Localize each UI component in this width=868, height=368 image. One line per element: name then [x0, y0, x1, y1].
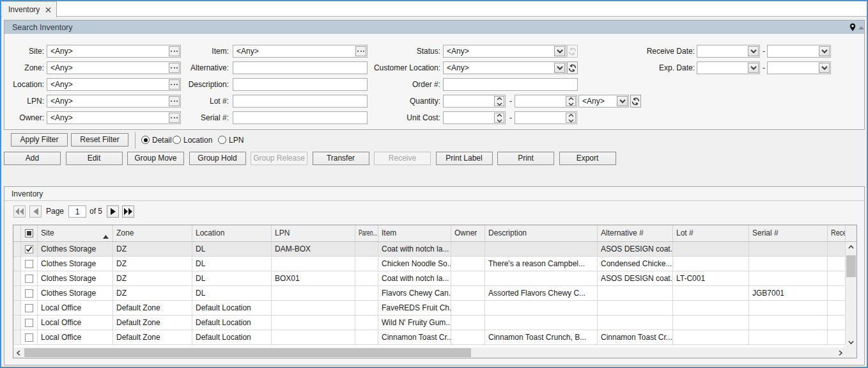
- column-header-location[interactable]: Location: [192, 225, 272, 241]
- table-row[interactable]: Local Office Default Zone Default Locati…: [13, 330, 846, 345]
- scroll-left-button[interactable]: [13, 348, 24, 358]
- table-row[interactable]: Local Office Default Zone Default Locati…: [13, 316, 846, 330]
- print-label-button[interactable]: Print Label: [436, 152, 493, 165]
- column-header-description[interactable]: Description: [485, 225, 598, 241]
- exp-date-to-field-dropdown-button[interactable]: [819, 63, 830, 73]
- quantity-to-field[interactable]: [515, 95, 577, 108]
- previous-page-button[interactable]: [29, 205, 42, 218]
- quantity-unit-field-dropdown-button[interactable]: [617, 96, 628, 106]
- receive-button[interactable]: Receive: [374, 152, 431, 165]
- row-checkbox-cell[interactable]: [21, 301, 38, 316]
- print-button[interactable]: Print: [497, 152, 554, 165]
- receive-date-from-field-dropdown-button[interactable]: [748, 46, 759, 56]
- radio-detail-circle[interactable]: [141, 136, 150, 144]
- radio-detail[interactable]: Detail: [141, 133, 172, 147]
- status-refresh-button[interactable]: [567, 45, 578, 58]
- apply-filter-button[interactable]: Apply Filter: [11, 133, 68, 147]
- status-field-dropdown-button[interactable]: [554, 46, 565, 56]
- status-field[interactable]: <Any>: [443, 45, 566, 58]
- row-selector-cell[interactable]: [13, 257, 21, 271]
- row-checkbox[interactable]: [25, 304, 33, 312]
- scroll-down-button[interactable]: [846, 337, 856, 348]
- row-selector-cell[interactable]: [13, 271, 21, 286]
- column-header-paren[interactable]: Paren...: [355, 225, 378, 241]
- collapse-button[interactable]: [858, 26, 864, 29]
- group-hold-button[interactable]: Group Hold: [189, 152, 246, 165]
- next-page-button[interactable]: [107, 205, 119, 218]
- column-header-lpn[interactable]: LPN: [272, 225, 355, 241]
- row-selector-cell[interactable]: [13, 330, 21, 345]
- row-checkbox[interactable]: [25, 275, 33, 283]
- table-row[interactable]: Clothes Storage DZ DL BOX01 Coat with no…: [13, 271, 846, 286]
- quantity-to-field-spinner[interactable]: [566, 96, 576, 106]
- select-all-header[interactable]: [21, 225, 38, 241]
- customer-location-field[interactable]: <Any>: [443, 61, 566, 74]
- row-checkbox[interactable]: [25, 333, 33, 342]
- column-header-zone[interactable]: Zone: [113, 225, 192, 241]
- edit-button[interactable]: Edit: [66, 152, 123, 165]
- table-row[interactable]: Clothes Storage DZ DL DAM-BOX Coat with …: [13, 242, 846, 257]
- row-checkbox[interactable]: [25, 260, 33, 268]
- exp-date-from-field[interactable]: [697, 61, 760, 74]
- quantity-from-field-spinner[interactable]: [494, 96, 504, 106]
- column-header-alternative-num[interactable]: Alternative #: [598, 225, 673, 241]
- row-selector-cell[interactable]: [13, 242, 21, 257]
- row-selector-cell[interactable]: [13, 286, 21, 301]
- scroll-right-button[interactable]: [835, 348, 846, 358]
- row-checkbox-cell[interactable]: [21, 257, 38, 271]
- exp-date-to-field[interactable]: [767, 61, 831, 74]
- radio-lpn-circle[interactable]: [218, 136, 226, 144]
- horizontal-scrollbar[interactable]: [13, 348, 846, 358]
- quantity-unit-field[interactable]: <Any>: [578, 95, 629, 108]
- add-button[interactable]: Add: [4, 152, 61, 165]
- column-header-site[interactable]: Site: [38, 225, 113, 241]
- unit-cost-to-field-spinner[interactable]: [566, 113, 576, 123]
- row-checkbox[interactable]: [25, 319, 33, 327]
- unit-cost-from-field[interactable]: [443, 111, 506, 124]
- customer-location-field-dropdown-button[interactable]: [554, 63, 565, 73]
- table-row[interactable]: Local Office Default Zone Default Locati…: [13, 301, 846, 316]
- quantity-unit-refresh-button[interactable]: [630, 95, 641, 108]
- row-checkbox-cell[interactable]: [21, 316, 38, 330]
- column-header-serial-num[interactable]: Serial #: [749, 225, 828, 241]
- radio-location-circle[interactable]: [173, 136, 181, 144]
- vertical-scrollbar-thumb[interactable]: [846, 255, 856, 277]
- row-checkbox-cell[interactable]: [21, 242, 38, 257]
- row-checkbox[interactable]: [25, 289, 33, 298]
- row-checkbox-cell[interactable]: [21, 286, 38, 301]
- unit-cost-from-field-spinner[interactable]: [494, 113, 504, 123]
- radio-lpn[interactable]: LPN: [218, 133, 244, 147]
- group-release-button[interactable]: Group Release: [251, 152, 307, 165]
- scroll-up-button[interactable]: [846, 242, 856, 252]
- unit-cost-to-field[interactable]: [515, 111, 577, 124]
- group-move-button[interactable]: Group Move: [127, 152, 184, 165]
- column-header-item[interactable]: Item: [378, 225, 451, 241]
- row-checkbox-cell[interactable]: [21, 330, 38, 345]
- row-checkbox[interactable]: [25, 245, 33, 253]
- reset-filter-button[interactable]: Reset Filter: [71, 133, 128, 147]
- quantity-from-field[interactable]: [443, 95, 506, 108]
- row-checkbox-cell[interactable]: [21, 271, 38, 286]
- receive-date-to-field-dropdown-button[interactable]: [819, 46, 830, 56]
- tab-close-button[interactable]: [45, 7, 51, 13]
- select-all-checkbox[interactable]: [25, 229, 33, 237]
- customer-location-refresh-button[interactable]: [567, 61, 578, 74]
- vertical-scrollbar[interactable]: [846, 242, 856, 348]
- exp-date-from-field-dropdown-button[interactable]: [748, 63, 759, 73]
- page-number-input[interactable]: [68, 205, 86, 218]
- horizontal-scrollbar-thumb[interactable]: [24, 348, 471, 357]
- column-header-lot-num[interactable]: Lot #: [673, 225, 749, 241]
- column-header-recei[interactable]: Recei: [828, 225, 846, 241]
- row-selector-cell[interactable]: [13, 301, 21, 316]
- transfer-button[interactable]: Transfer: [313, 152, 369, 165]
- last-page-button[interactable]: [122, 205, 134, 218]
- table-row[interactable]: Clothes Storage DZ DL Flavors Chewy Can.…: [13, 286, 846, 301]
- row-selector-cell[interactable]: [13, 316, 21, 330]
- tab-inventory[interactable]: Inventory: [2, 1, 57, 17]
- receive-date-to-field[interactable]: [767, 45, 831, 58]
- receive-date-from-field[interactable]: [697, 45, 760, 58]
- export-button[interactable]: Export: [559, 152, 616, 165]
- radio-location[interactable]: Location: [173, 133, 212, 147]
- table-row[interactable]: Clothes Storage DZ DL Chicken Noodle So.…: [13, 257, 846, 271]
- pin-button[interactable]: [849, 23, 856, 31]
